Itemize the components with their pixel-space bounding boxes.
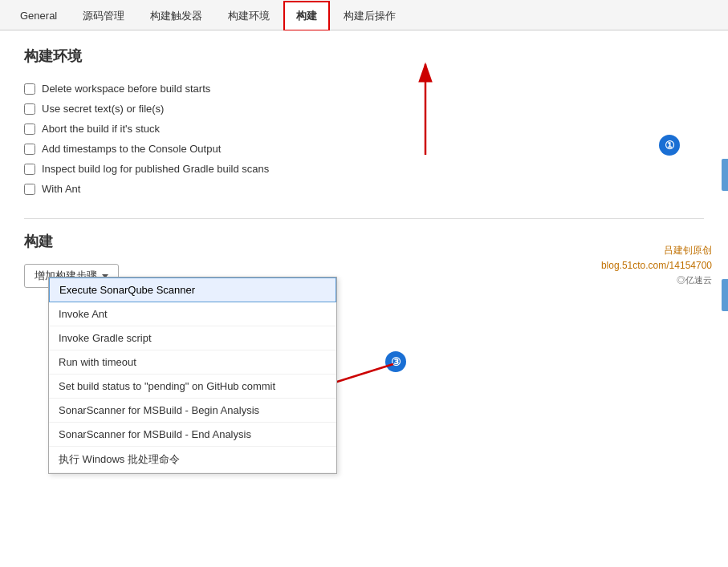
- label-timestamps: Add timestamps to the Console Output: [42, 143, 221, 155]
- label-with-ant: With Ant: [42, 183, 80, 195]
- side-indicator-2: [722, 279, 728, 311]
- main-content: 构建环境 Delete workspace before build start…: [0, 30, 728, 304]
- checkbox-abort-build[interactable]: [24, 124, 35, 135]
- env-checkbox-list: Delete workspace before build starts Use…: [24, 79, 704, 199]
- annotation-1: ①: [659, 135, 680, 156]
- tab-bar: General 源码管理 构建触发器 构建环境 构建 构建后操作: [0, 0, 728, 30]
- watermark-brand: ◎亿速云: [601, 273, 712, 288]
- watermark-line2: blog.51cto.com/14154700: [601, 258, 712, 273]
- label-abort-build: Abort the build if it's stuck: [42, 123, 160, 135]
- checkbox-with-ant[interactable]: [24, 184, 35, 195]
- checkbox-secret-text[interactable]: [24, 103, 35, 115]
- build-env-title: 构建环境: [24, 47, 704, 66]
- label-delete-workspace: Delete workspace before build starts: [42, 83, 210, 95]
- checkbox-inspect-log[interactable]: [24, 164, 35, 175]
- build-step-dropdown: Execute SonarQube Scanner Invoke Ant Inv…: [48, 277, 337, 474]
- dropdown-item-windows-batch[interactable]: 执行 Windows 批处理命令: [49, 447, 336, 473]
- checkbox-timestamps[interactable]: [24, 144, 35, 155]
- watermark-line1: 吕建钊原创: [601, 243, 712, 258]
- list-item-cb4: Add timestamps to the Console Output: [24, 139, 704, 159]
- list-item-cb2: Use secret text(s) or file(s): [24, 99, 704, 119]
- annotation-3: ③: [385, 351, 406, 372]
- dropdown-item-sonar-begin[interactable]: SonarScanner for MSBuild - Begin Analysi…: [49, 399, 336, 423]
- list-item-cb3: Abort the build if it's stuck: [24, 119, 704, 139]
- tab-env[interactable]: 构建环境: [216, 2, 282, 30]
- dropdown-item-sonar-end[interactable]: SonarScanner for MSBuild - End Analysis: [49, 423, 336, 447]
- label-secret-text: Use secret text(s) or file(s): [42, 103, 164, 115]
- page-wrapper: General 源码管理 构建触发器 构建环境 构建 构建后操作 构建环境 De…: [0, 0, 728, 567]
- side-indicator-1: [722, 159, 728, 191]
- list-item-cb1: Delete workspace before build starts: [24, 79, 704, 99]
- dropdown-item-sonarqube[interactable]: Execute SonarQube Scanner: [49, 277, 336, 302]
- dropdown-item-invoke-gradle[interactable]: Invoke Gradle script: [49, 326, 336, 350]
- dropdown-item-run-timeout[interactable]: Run with timeout: [49, 350, 336, 375]
- tab-source[interactable]: 源码管理: [71, 2, 136, 30]
- list-item-cb6: With Ant: [24, 179, 704, 199]
- tab-general[interactable]: General: [8, 2, 69, 29]
- tab-post[interactable]: 构建后操作: [331, 2, 408, 30]
- watermark: 吕建钊原创 blog.51cto.com/14154700 ◎亿速云: [601, 243, 712, 288]
- label-inspect-log: Inspect build log for published Gradle b…: [42, 163, 269, 175]
- list-item-cb5: Inspect build log for published Gradle b…: [24, 159, 704, 179]
- dropdown-item-set-build-status[interactable]: Set build status to "pending" on GitHub …: [49, 375, 336, 399]
- checkbox-delete-workspace[interactable]: [24, 83, 35, 95]
- tab-build[interactable]: 构建: [283, 1, 330, 31]
- tab-trigger[interactable]: 构建触发器: [138, 2, 214, 30]
- dropdown-item-invoke-ant[interactable]: Invoke Ant: [49, 302, 336, 326]
- build-env-section: 构建环境 Delete workspace before build start…: [24, 47, 704, 199]
